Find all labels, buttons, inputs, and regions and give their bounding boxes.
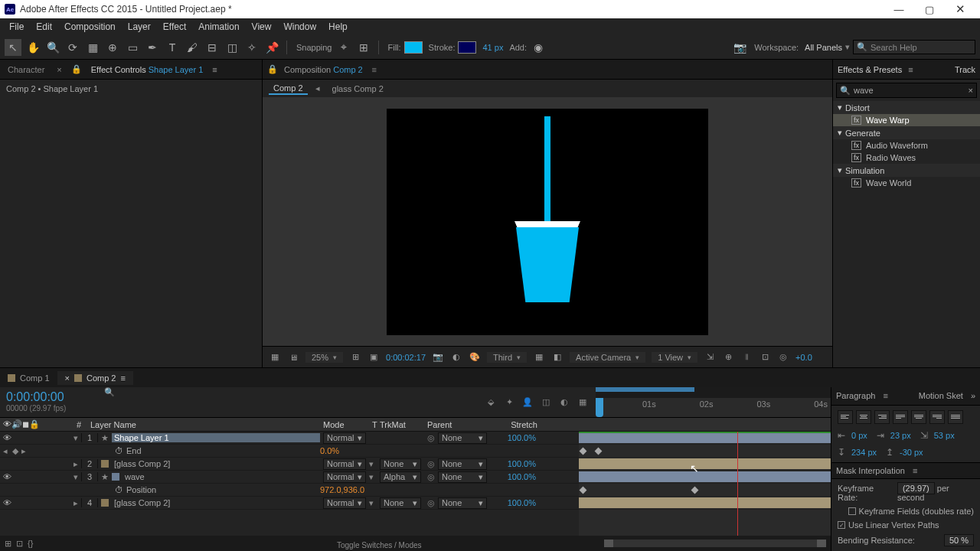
parent-dropdown[interactable]: None▾ [438,458,487,470]
pickwhip-icon[interactable]: ◎ [427,433,435,443]
tab-character[interactable]: Character [5,64,47,76]
parent-dropdown[interactable]: None▾ [438,497,487,509]
breadcrumb-glass[interactable]: glass Comp 2 [328,83,388,94]
snap-ext-icon[interactable]: ⊞ [355,39,372,56]
lock-icon[interactable]: 🔒 [267,64,278,74]
pickwhip-icon[interactable]: ◎ [427,472,435,482]
trkmat-dropdown[interactable]: None▾ [380,497,421,509]
mask-icon[interactable]: ◧ [551,352,564,362]
eraser-tool[interactable]: ◫ [224,39,240,56]
graph-icon[interactable]: ⬙ [484,396,498,409]
tab-track[interactable]: Track [955,65,975,74]
selection-tool[interactable]: ↖ [5,39,21,56]
layer-bar[interactable] [579,471,831,482]
roi-icon[interactable]: ▣ [368,352,380,362]
workspace-value[interactable]: All Panels [805,43,842,52]
tab-comp2[interactable]: ×Comp 2≡ [57,371,133,385]
minimize-button[interactable]: — [884,0,914,18]
group-distort[interactable]: ▾Distort [833,101,980,114]
anchor-tool[interactable]: ⊕ [104,39,121,56]
panel-menu-icon[interactable]: ≡ [913,466,917,475]
search-help[interactable]: 🔍 Search Help [853,40,975,54]
group-simulation[interactable]: ▾Simulation [833,164,980,177]
space-after[interactable]: ↥-30 px [886,447,923,458]
bending-value[interactable]: 50 % [944,534,974,546]
justify-last-right[interactable] [929,410,945,424]
eye-icon[interactable]: 👁 [3,472,11,481]
twirl-icon[interactable]: ▾ [70,433,81,443]
snap-icon[interactable]: ⌖ [335,39,352,56]
eye-icon[interactable]: 👁 [3,433,11,442]
roto-tool[interactable]: ✧ [243,39,260,56]
menu-window[interactable]: Window [277,20,322,34]
channel-icon[interactable]: ◐ [450,352,462,362]
panel-menu-icon[interactable]: ≡ [212,65,217,74]
timeline-icon[interactable]: ⫴ [740,352,753,362]
menu-view[interactable]: View [246,20,278,34]
justify-last-center[interactable] [911,410,926,424]
panel-menu-icon[interactable]: ≡ [121,373,126,383]
parent-dropdown[interactable]: None▾ [438,471,487,483]
effect-audio-waveform[interactable]: fxAudio Waveform [833,139,980,152]
camera-tool[interactable]: ▦ [84,39,101,56]
layer-bar[interactable] [579,432,831,443]
motion-blur-icon[interactable]: ◐ [557,396,571,409]
stopwatch-icon[interactable]: ⏱ [115,485,123,494]
exposure-value[interactable]: +0.0 [795,353,812,362]
brackets-icon[interactable]: {} [28,539,33,548]
menu-composition[interactable]: Composition [58,20,122,34]
exposure-reset-icon[interactable]: ◎ [777,352,789,362]
trkmat-dropdown[interactable]: None▾ [380,458,421,470]
twirl-icon[interactable]: ▸ [70,459,81,469]
lock-icon[interactable]: 🔒 [71,64,82,74]
kf-fields-checkbox[interactable] [848,507,856,515]
timeline-timecode[interactable]: 0:00:00:00 [6,390,92,404]
stroke-width[interactable]: 41 px [482,43,503,52]
trkmat-dropdown[interactable]: Alpha▾ [380,471,421,483]
draft3d-icon[interactable]: ✦ [502,396,516,409]
comp-label[interactable]: Composition Comp 2 [284,65,363,74]
keyframe[interactable] [691,487,699,494]
twirl-icon[interactable]: ▾ [70,472,81,482]
frame-blend-icon[interactable]: ◫ [539,396,553,409]
menu-layer[interactable]: Layer [122,20,157,34]
prop-value[interactable]: 0.0% [317,446,339,455]
space-before[interactable]: ↧234 px [838,447,877,458]
panel-menu-icon[interactable]: ≡ [883,391,887,400]
tab-paragraph[interactable]: Paragraph [836,391,875,400]
effect-wave-world[interactable]: fxWave World [833,177,980,189]
layer-bar[interactable] [579,458,831,469]
linear-vertex-checkbox[interactable]: ✓ [838,521,845,529]
tab-close[interactable]: × [54,65,64,74]
share-icon[interactable]: ⇲ [704,352,716,362]
kf-diamond-icon[interactable]: ◆ [12,446,20,456]
prev-kf-icon[interactable]: ◂ [3,446,11,456]
mode-dropdown[interactable]: Normal▾ [323,471,366,483]
keyframe[interactable] [580,487,587,494]
stamp-tool[interactable]: ⊟ [204,39,220,56]
brainstorm-icon[interactable]: ▦ [576,396,590,409]
next-kf-icon[interactable]: ▸ [21,446,29,456]
breadcrumb-comp2[interactable]: Comp 2 [269,83,308,95]
justify-last-left[interactable] [893,410,908,424]
align-left[interactable] [838,410,853,424]
tab-comp1[interactable]: Comp 1 [0,371,57,385]
resolution-dropdown[interactable]: Third [487,352,527,363]
tab-mask-interpolation[interactable]: Mask Interpolation [836,466,905,475]
capture-icon[interactable]: 📷 [731,39,748,56]
text-tool[interactable]: T [164,39,181,56]
pickwhip-icon[interactable]: ◎ [427,498,435,508]
menu-help[interactable]: Help [322,20,354,34]
transparency-icon[interactable]: ▦ [533,352,545,362]
close-button[interactable]: ✕ [945,0,975,18]
mode-dropdown[interactable]: Normal▾ [323,432,366,444]
stretch-value[interactable]: 100.0% [490,472,541,481]
time-ruler[interactable]: 01s 02s 03s 04s [596,387,831,417]
snapshot-icon[interactable]: 📷 [432,352,444,362]
composition-viewport[interactable] [263,98,832,346]
stretch-value[interactable]: 100.0% [490,433,541,442]
panel-menu-icon[interactable]: ≡ [369,65,380,74]
fill-swatch[interactable] [404,41,423,54]
rotate-tool[interactable]: ⟳ [64,39,81,56]
view-dropdown[interactable]: 1 View [652,352,697,363]
